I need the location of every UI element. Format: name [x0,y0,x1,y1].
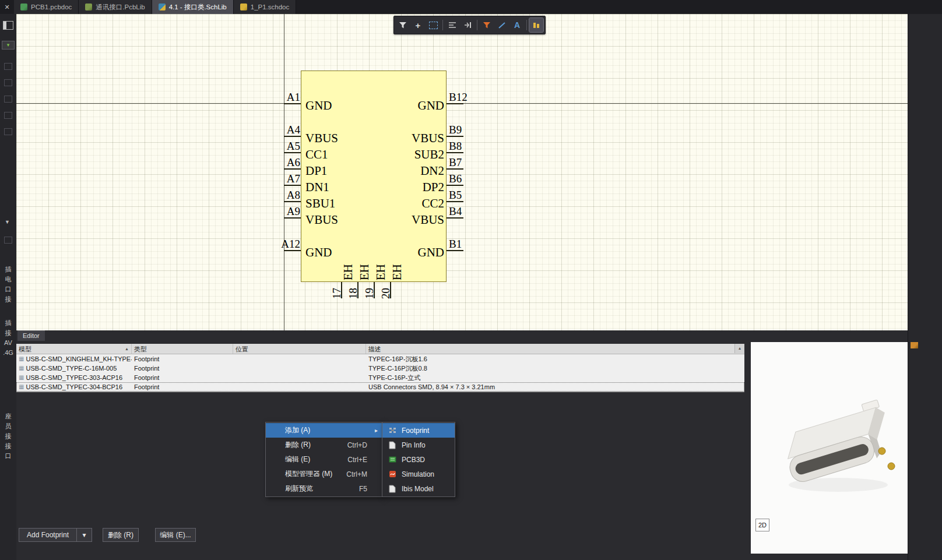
pin-name[interactable]: DN1 [305,181,329,193]
pin-name[interactable]: EH [391,263,403,280]
pin-designator[interactable]: 18 [347,284,359,299]
menu-item-edit[interactable]: 编辑 (E) Ctrl+E [266,452,382,467]
menu-item-add[interactable]: 添加 (A) ▸ [266,423,382,438]
table-row[interactable]: ▦USB-C-SMD_KINGHELM_KH-TYPE-C-\ Footprin… [16,354,744,364]
pin-line[interactable] [284,250,301,251]
table-row[interactable]: ▦USB-C-SMD_TYPEC-303-ACP16 Footprint TYP… [16,373,744,382]
pin-designator[interactable]: A1 [249,91,300,103]
tab-pcb1-pcbdoc[interactable]: PCB1.pcbdoc [14,0,79,14]
panel-badge-icon[interactable] [911,342,918,348]
submenu-item-ibis-model[interactable]: Ibis Model [382,481,455,496]
pin-line[interactable] [284,185,301,186]
library-select-icon[interactable]: ▾ [2,41,15,50]
pin-name[interactable]: SUB2 [328,148,444,161]
pin-designator[interactable]: A6 [249,157,300,168]
tool-icon[interactable] [4,96,12,103]
text-tool-icon[interactable]: A [510,18,524,32]
footprint-preview-panel[interactable]: 2D [751,342,908,554]
pin-line[interactable] [284,201,301,202]
pin-designator[interactable]: B5 [449,189,462,201]
panels-icon[interactable] [3,21,13,30]
pin-name[interactable]: DP2 [328,181,444,193]
menu-item-model-manager[interactable]: 模型管理器 (M) Ctrl+M [266,467,382,481]
collapse-arrow-icon[interactable]: ▼ [5,219,10,225]
pin-line[interactable] [447,250,463,251]
pin-designator[interactable]: B4 [449,206,462,217]
pin-name[interactable]: DP1 [305,164,327,177]
pin-line[interactable] [284,103,301,104]
delete-button[interactable]: 删除 (R) [103,528,139,542]
tool-icon[interactable] [4,112,12,119]
pin-designator[interactable]: 17 [331,284,343,299]
crosshair-icon[interactable]: + [411,18,425,32]
snap-icon[interactable] [461,18,474,32]
table-row[interactable]: ▦USB-C-SMD_TYPE-C-16M-005 Footprint TYPE… [16,364,744,373]
pin-name[interactable]: VBUS [328,213,444,226]
pin-line[interactable] [447,136,463,137]
pin-line[interactable] [447,217,463,219]
pin-name[interactable]: EH [358,263,371,280]
menu-item-delete[interactable]: 删除 (R) Ctrl+D [266,438,382,452]
line-tool-icon[interactable] [495,18,509,32]
pin-name[interactable]: EH [342,263,354,280]
tool-icon[interactable] [4,79,12,86]
pin-designator[interactable]: B1 [449,238,462,250]
pin-designator[interactable]: 19 [364,284,375,299]
columns-icon[interactable] [529,18,543,32]
pin-designator[interactable]: B6 [449,173,462,185]
tool-icon[interactable] [4,237,12,244]
pin-name[interactable]: CC2 [328,197,444,210]
scroll-up-icon[interactable]: ▴ [734,344,744,353]
column-header-type[interactable]: 类型 [132,344,233,354]
pin-line[interactable] [284,136,301,137]
tab-pcblib[interactable]: 通讯接口.PcbLib [79,0,152,14]
submenu-item-footprint[interactable]: Footprint [382,423,455,438]
pin-name[interactable]: DN2 [328,164,444,177]
pin-designator[interactable]: A5 [249,140,300,152]
edit-button[interactable]: 编辑 (E)... [155,528,196,542]
schematic-canvas[interactable]: A1 GND A4 VBUS A5 CC1 A6 DP1 A7 DN1 A8 S… [16,14,908,330]
pin-line[interactable] [447,168,463,170]
selection-rect-icon[interactable] [426,18,440,32]
pin-name[interactable]: GND [328,99,444,112]
pin-designator[interactable]: A9 [249,206,300,217]
pin-designator[interactable]: B12 [449,91,468,103]
menu-item-refresh-preview[interactable]: 刷新预览 F5 [266,481,382,496]
tool-icon[interactable] [4,128,12,135]
submenu-item-pin-info[interactable]: Pin Info [382,438,455,452]
pin-name[interactable]: EH [374,263,387,280]
add-footprint-button[interactable]: Add Footprint [19,528,77,542]
2d-view-button[interactable]: 2D [755,519,769,531]
pin-designator[interactable]: B9 [449,124,462,136]
close-icon[interactable]: ✕ [0,0,14,14]
pin-designator[interactable]: B8 [449,140,462,152]
submenu-item-simulation[interactable]: Simulation [382,467,455,481]
tool-icon[interactable] [4,63,12,70]
pin-line[interactable] [447,152,463,153]
clear-filter-icon[interactable] [480,18,494,32]
pin-line[interactable] [284,152,301,153]
pin-line[interactable] [447,103,463,104]
filter-icon[interactable] [396,18,410,32]
pin-designator[interactable]: A8 [249,189,300,201]
pin-line[interactable] [284,168,301,170]
add-footprint-dropdown[interactable]: ▾ [76,528,92,542]
tab-schdoc[interactable]: 1_P1.schdoc [234,0,297,14]
pin-designator[interactable]: 20 [380,284,392,299]
sidebar-vertical-labels[interactable]: 插 接 AV .4G [0,318,16,358]
editor-tab[interactable]: Editor [17,330,45,341]
submenu-item-pcb3d[interactable]: PCB3D [382,452,455,467]
pin-designator[interactable]: A7 [249,173,300,185]
column-header-model[interactable]: 模型 ▲ [16,344,132,354]
column-header-location[interactable]: 位置 [233,344,366,354]
pin-designator[interactable]: A4 [249,124,300,136]
usb-c-3d-model[interactable] [777,386,905,502]
pin-name[interactable]: GND [328,246,444,259]
tab-schlib-active[interactable]: 4.1 - 接口类.SchLib [152,0,234,14]
column-header-description[interactable]: 描述 [366,344,734,354]
pin-designator[interactable]: A12 [249,238,300,250]
pin-name[interactable]: CC1 [305,148,328,161]
pin-line[interactable] [447,185,463,186]
pin-line[interactable] [284,217,301,219]
pin-line[interactable] [447,201,463,202]
